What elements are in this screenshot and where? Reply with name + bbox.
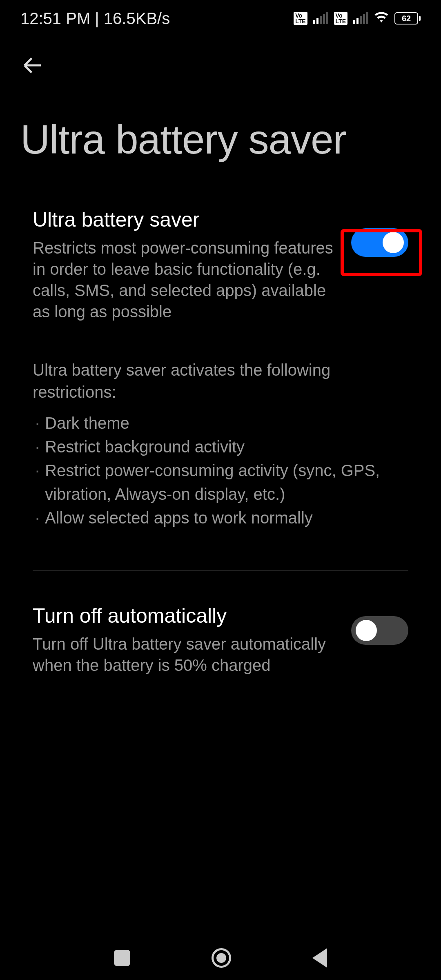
status-speed: 16.5KB/s <box>104 9 170 27</box>
home-button[interactable] <box>212 948 231 968</box>
restriction-item: Restrict power-consuming activity (sync,… <box>33 459 408 506</box>
auto-off-toggle[interactable] <box>351 616 408 645</box>
signal-icon-1 <box>313 13 328 24</box>
auto-off-row: Turn off automatically Turn off Ultra ba… <box>33 588 408 692</box>
page-title: Ultra battery saver <box>0 79 441 192</box>
status-icons: VoLTE VoLTE 62 <box>294 10 421 27</box>
battery-level: 62 <box>394 12 418 24</box>
navigation-bar <box>0 948 441 968</box>
auto-off-desc: Turn off Ultra battery saver automatical… <box>33 633 341 676</box>
ultra-battery-saver-toggle[interactable] <box>351 228 408 257</box>
restrictions-block: Ultra battery saver activates the follow… <box>33 339 408 554</box>
ultra-battery-saver-title: Ultra battery saver <box>33 208 341 232</box>
ultra-battery-saver-desc: Restricts most power-consuming features … <box>33 237 341 322</box>
battery-icon: 62 <box>394 12 421 24</box>
signal-icon-2 <box>353 13 368 24</box>
wifi-icon <box>374 10 389 27</box>
divider <box>33 570 408 571</box>
restrictions-intro: Ultra battery saver activates the follow… <box>33 359 408 403</box>
status-time-speed: 12:51 PM | 16.5KB/s <box>20 9 170 28</box>
nav-back-button[interactable] <box>312 948 327 968</box>
restriction-item: Allow selected apps to work normally <box>33 506 408 530</box>
auto-off-title: Turn off automatically <box>33 604 341 628</box>
status-time: 12:51 PM <box>20 9 90 27</box>
restrictions-list: Dark theme Restrict background activity … <box>33 411 408 530</box>
ultra-battery-saver-row: Ultra battery saver Restricts most power… <box>33 192 408 339</box>
restriction-item: Restrict background activity <box>33 435 408 459</box>
status-bar: 12:51 PM | 16.5KB/s VoLTE VoLTE 62 <box>0 0 441 37</box>
restriction-item: Dark theme <box>33 411 408 435</box>
recent-apps-button[interactable] <box>114 950 130 966</box>
volte-icon: VoLTE <box>294 12 307 25</box>
volte-icon-2: VoLTE <box>334 12 347 25</box>
back-button[interactable] <box>20 53 45 79</box>
